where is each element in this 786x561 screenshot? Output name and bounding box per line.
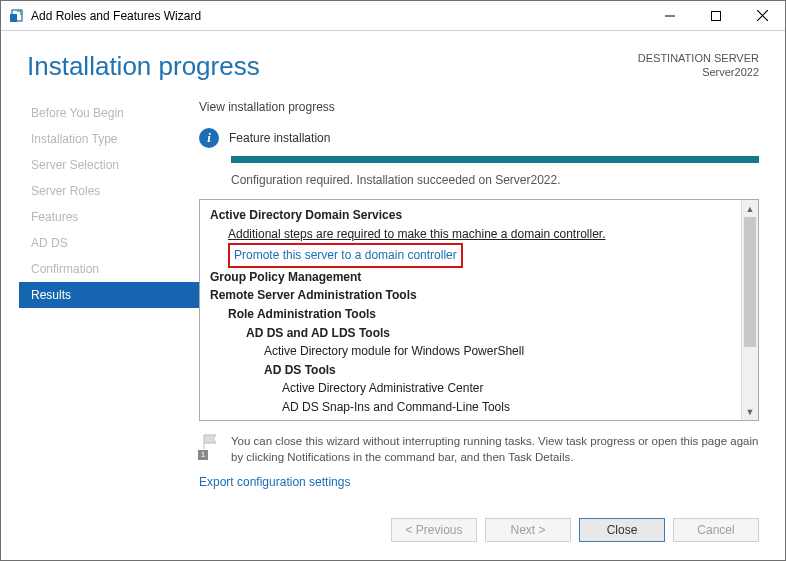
- role-admin-heading: Role Administration Tools: [210, 305, 731, 324]
- svg-rect-3: [712, 11, 721, 20]
- scrollbar[interactable]: ▲ ▼: [741, 200, 758, 420]
- scroll-up-button[interactable]: ▲: [742, 200, 758, 217]
- rsat-heading: Remote Server Administration Tools: [210, 286, 731, 305]
- adds-lds-heading: AD DS and AD LDS Tools: [210, 324, 731, 343]
- close-button[interactable]: [739, 1, 785, 30]
- ad-module: Active Directory module for Windows Powe…: [210, 342, 731, 361]
- adac: Active Directory Administrative Center: [210, 379, 731, 398]
- nav-installation-type: Installation Type: [19, 126, 199, 152]
- minimize-button[interactable]: [647, 1, 693, 30]
- window-title: Add Roles and Features Wizard: [31, 9, 201, 23]
- status-text: Configuration required. Installation suc…: [231, 173, 759, 187]
- gpm-heading: Group Policy Management: [210, 268, 731, 287]
- nav-server-roles: Server Roles: [19, 178, 199, 204]
- page-title: Installation progress: [27, 51, 260, 82]
- promote-link[interactable]: Promote this server to a domain controll…: [228, 243, 463, 268]
- details-box: Active Directory Domain Services Additio…: [199, 199, 759, 421]
- nav-before-you-begin: Before You Begin: [19, 100, 199, 126]
- feature-label: Feature installation: [229, 131, 330, 145]
- note-text: You can close this wizard without interr…: [231, 433, 759, 465]
- export-link[interactable]: Export configuration settings: [199, 475, 759, 489]
- wizard-window: Add Roles and Features Wizard Installati…: [0, 0, 786, 561]
- titlebar: Add Roles and Features Wizard: [1, 1, 785, 31]
- flag-icon: 1: [199, 433, 221, 459]
- nav-server-selection: Server Selection: [19, 152, 199, 178]
- footer: < Previous Next > Close Cancel: [1, 504, 785, 560]
- scroll-down-button[interactable]: ▼: [742, 403, 758, 420]
- main-panel: View installation progress i Feature ins…: [199, 100, 759, 504]
- feature-row: i Feature installation: [199, 128, 759, 148]
- progress-fill: [231, 156, 759, 163]
- destination-name: Server2022: [638, 65, 759, 79]
- note-row: 1 You can close this wizard without inte…: [199, 433, 759, 465]
- section-label: View installation progress: [199, 100, 759, 114]
- window-controls: [647, 1, 785, 30]
- previous-button: < Previous: [391, 518, 477, 542]
- scroll-track[interactable]: [742, 217, 758, 403]
- adds-heading: Active Directory Domain Services: [210, 206, 731, 225]
- adds-tools-heading: AD DS Tools: [210, 361, 731, 380]
- close-wizard-button[interactable]: Close: [579, 518, 665, 542]
- snapins: AD DS Snap-Ins and Command-Line Tools: [210, 398, 731, 417]
- body: Before You Begin Installation Type Serve…: [1, 82, 785, 504]
- destination-label: DESTINATION SERVER: [638, 51, 759, 65]
- maximize-button[interactable]: [693, 1, 739, 30]
- scroll-thumb[interactable]: [744, 217, 756, 347]
- flag-badge: 1: [197, 449, 209, 461]
- app-icon: [9, 8, 25, 24]
- info-icon: i: [199, 128, 219, 148]
- next-button: Next >: [485, 518, 571, 542]
- destination-server: DESTINATION SERVER Server2022: [638, 51, 759, 82]
- nav-ad-ds: AD DS: [19, 230, 199, 256]
- progress-bar: [231, 156, 759, 163]
- nav-confirmation: Confirmation: [19, 256, 199, 282]
- details-inner: Active Directory Domain Services Additio…: [200, 200, 741, 420]
- nav-features: Features: [19, 204, 199, 230]
- nav-steps: Before You Begin Installation Type Serve…: [27, 100, 199, 504]
- header: Installation progress DESTINATION SERVER…: [1, 31, 785, 82]
- svg-rect-1: [10, 14, 17, 22]
- nav-results[interactable]: Results: [19, 282, 199, 308]
- adds-note: Additional steps are required to make th…: [210, 225, 731, 244]
- cancel-button: Cancel: [673, 518, 759, 542]
